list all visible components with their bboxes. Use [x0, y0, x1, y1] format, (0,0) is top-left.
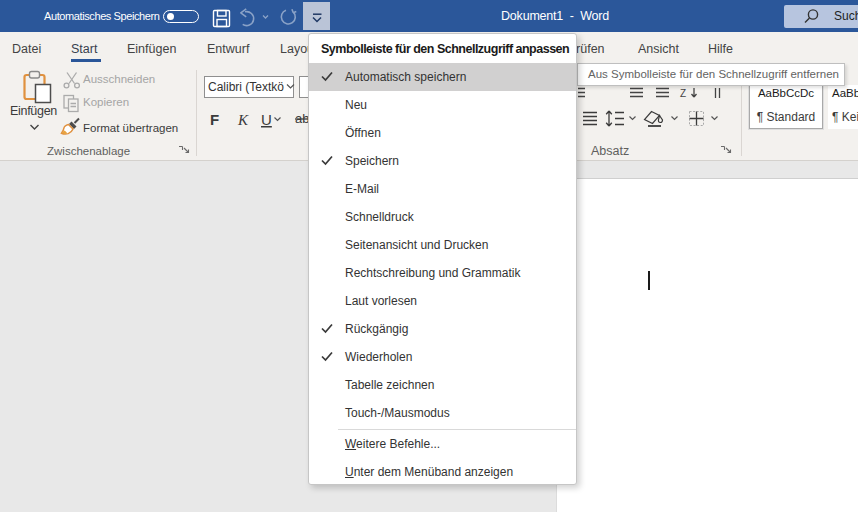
svg-text:Z: Z	[680, 88, 686, 99]
svg-text:K: K	[237, 112, 249, 128]
svg-text:F: F	[210, 111, 219, 128]
svg-text:U: U	[261, 111, 272, 128]
